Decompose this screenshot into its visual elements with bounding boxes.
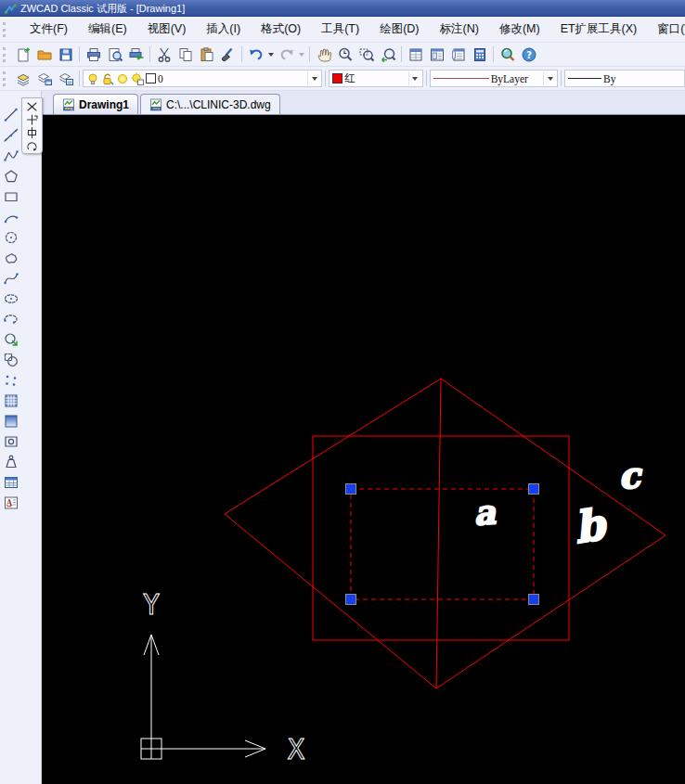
find-button[interactable]	[497, 45, 518, 64]
point-button[interactable]	[1, 370, 21, 391]
menu-item-insert[interactable]: 插入(I)	[196, 18, 251, 41]
vertical-line-entity[interactable]	[436, 379, 441, 688]
match-properties-button[interactable]	[217, 45, 239, 64]
construction-line-button[interactable]	[1, 125, 21, 146]
zoom-window-button[interactable]	[355, 45, 377, 64]
dwg-file-icon: dwg	[62, 98, 75, 111]
annotation-letter-a[interactable]: a	[472, 492, 498, 533]
line-icon	[3, 107, 19, 123]
print-button[interactable]	[83, 45, 104, 64]
polygon-button[interactable]	[1, 166, 21, 186]
publish-button[interactable]	[125, 45, 147, 64]
color-combo[interactable]: 红	[329, 70, 422, 87]
linetype-combo[interactable]: ByLayer	[430, 70, 558, 87]
make-block-button[interactable]	[1, 350, 21, 370]
copy-icon	[177, 46, 194, 63]
layer-combo[interactable]: 0	[83, 70, 322, 87]
pan-button[interactable]	[313, 45, 334, 64]
menu-item-view[interactable]: 视图(V)	[137, 18, 197, 41]
insert-block-icon	[3, 331, 19, 348]
new-file-button[interactable]	[12, 45, 33, 64]
current-color-name: 红	[344, 71, 355, 85]
layer-states-button[interactable]	[55, 69, 76, 88]
tab-drawing1[interactable]: dwg Drawing1	[53, 94, 138, 114]
menu-item-draw[interactable]: 绘图(D)	[369, 18, 429, 41]
revision-cloud-button[interactable]	[1, 248, 21, 268]
save-button[interactable]	[55, 45, 76, 64]
region-button[interactable]	[1, 431, 21, 452]
layer-combo-dropdown[interactable]	[307, 71, 320, 85]
tab-label: Drawing1	[79, 98, 129, 111]
tab-clinic-3d[interactable]: dwg C:\...\CLINIC-3D.dwg	[140, 94, 280, 114]
toolbar-grip[interactable]	[3, 47, 8, 62]
redo-icon	[278, 46, 295, 63]
layer-color-swatch	[146, 73, 156, 84]
annotation-letter-b[interactable]: b	[571, 498, 611, 553]
snap-from-icon	[26, 114, 38, 125]
annotation-letter-c[interactable]: c	[617, 454, 644, 497]
ucs-icon: Y X	[141, 588, 304, 765]
menu-item-file[interactable]: 文件(F)	[19, 18, 78, 41]
menu-item-modify[interactable]: 修改(M)	[489, 18, 550, 41]
properties-palette-button[interactable]	[405, 45, 426, 64]
open-file-button[interactable]	[33, 45, 55, 64]
ellipse-arc-button[interactable]	[1, 309, 21, 329]
grip-top-left[interactable]	[346, 484, 356, 495]
drawing-viewport: a b c Y X	[42, 115, 685, 784]
copy-button[interactable]	[174, 45, 196, 64]
paste-button[interactable]	[196, 45, 217, 64]
multiline-text-button[interactable]: A	[1, 493, 21, 513]
table-button[interactable]	[1, 472, 21, 493]
menu-item-format[interactable]: 格式(O)	[251, 18, 311, 41]
wipeout-button[interactable]	[1, 452, 21, 472]
grip-bottom-left[interactable]	[346, 595, 356, 605]
hatch-icon	[3, 392, 19, 409]
zoom-realtime-button[interactable]	[334, 45, 355, 64]
menu-bar: dwg 文件(F) 编辑(E) 视图(V) 插入(I) 格式(O) 工具(T) …	[0, 17, 685, 43]
temporary-track-point-button[interactable]	[24, 100, 40, 112]
design-center-button[interactable]	[426, 45, 447, 64]
grip-bottom-right[interactable]	[529, 595, 539, 605]
menu-item-express-tools[interactable]: ET扩展工具(X)	[550, 18, 648, 41]
quick-calc-button[interactable]	[469, 45, 490, 64]
snap-from-button[interactable]	[24, 113, 40, 125]
menu-item-tools[interactable]: 工具(T)	[311, 18, 369, 41]
tool-palettes-button[interactable]	[447, 45, 469, 64]
point-icon	[3, 372, 19, 389]
redo-dropdown[interactable]	[299, 53, 304, 57]
menu-item-edit[interactable]: 编辑(E)	[78, 18, 137, 41]
drawing-canvas[interactable]: a b c Y X	[42, 115, 685, 784]
layer-properties-button[interactable]	[12, 69, 33, 88]
layer-previous-button[interactable]	[33, 69, 55, 88]
rectangle-button[interactable]	[1, 186, 21, 207]
snap-arc-button[interactable]	[24, 139, 40, 151]
insert-block-button[interactable]	[1, 329, 21, 350]
snap-midpoint-button[interactable]	[24, 126, 40, 138]
circle-button[interactable]	[1, 227, 21, 248]
color-combo-dropdown[interactable]	[408, 71, 421, 85]
menu-item-window[interactable]: 窗口(W)	[647, 18, 685, 41]
tool-palettes-icon	[450, 46, 467, 63]
cut-button[interactable]	[153, 45, 174, 64]
lineweight-combo[interactable]: By	[564, 70, 685, 87]
spline-button[interactable]	[1, 268, 21, 289]
arc-button[interactable]	[1, 207, 21, 227]
selected-rectangle-entity[interactable]	[351, 489, 534, 599]
linetype-combo-dropdown[interactable]	[543, 71, 556, 85]
undo-dropdown[interactable]	[268, 53, 274, 57]
zoom-previous-button[interactable]	[377, 45, 398, 64]
gradient-icon	[3, 413, 19, 430]
toolbar-grip-2[interactable]	[3, 71, 8, 86]
menubar-grip[interactable]	[3, 22, 8, 37]
redo-button[interactable]	[276, 45, 297, 64]
ellipse-button[interactable]	[1, 289, 21, 309]
print-preview-button[interactable]	[104, 45, 125, 64]
hatch-button[interactable]	[1, 391, 21, 411]
line-button[interactable]	[1, 105, 21, 125]
gradient-button[interactable]	[1, 411, 21, 431]
help-button[interactable]: ?	[518, 45, 539, 64]
undo-button[interactable]	[245, 45, 266, 64]
menu-item-dimension[interactable]: 标注(N)	[430, 18, 489, 41]
grip-top-right[interactable]	[529, 484, 539, 495]
polyline-button[interactable]	[1, 146, 21, 166]
